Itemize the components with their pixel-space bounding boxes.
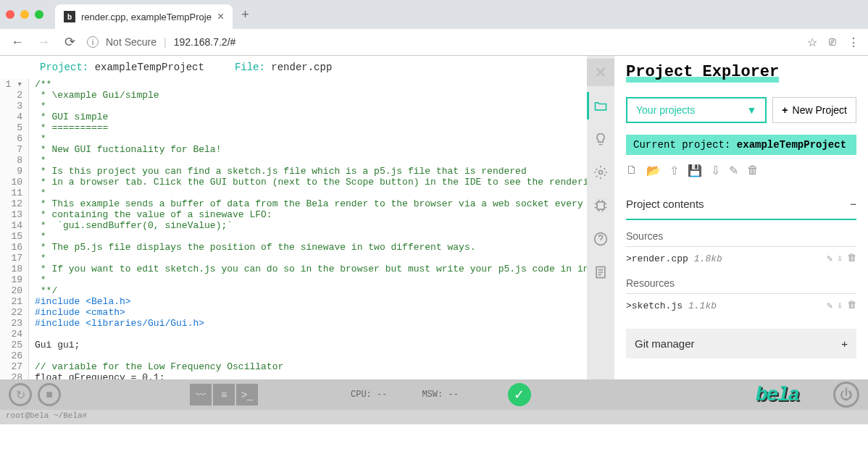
maximize-window[interactable] [35, 10, 43, 19]
code-line[interactable]: #include <Bela.h> [35, 296, 587, 307]
new-file-icon[interactable]: 🗋 [626, 164, 638, 177]
line-number: 18 [0, 264, 22, 274]
info-icon[interactable]: i [87, 36, 99, 48]
git-header[interactable]: Git manager + [626, 329, 856, 358]
code-line[interactable]: * If you want to edit sketch.js you can … [35, 264, 587, 274]
download-icon[interactable]: ⇩ [711, 164, 720, 177]
projects-dropdown[interactable]: Your projects ▼ [626, 97, 767, 123]
line-number: 9 [0, 166, 22, 177]
plus-icon: + [782, 104, 788, 116]
code-line[interactable]: * This example sends a buffer of data fr… [35, 198, 587, 209]
code-line[interactable]: /** [35, 79, 587, 90]
back-button[interactable]: ← [9, 35, 26, 50]
terminal-bar[interactable]: root@bela ~/Bela# [0, 410, 868, 424]
line-number: 19 [0, 274, 22, 285]
contents-header[interactable]: Project contents − [626, 189, 856, 220]
controls-bar: ↻ ■ 〰 ≡ >_ CPU: -- MSW: -- ✓ bela ⏻ [0, 379, 868, 410]
check-button[interactable]: ✓ [508, 383, 531, 406]
code-line[interactable]: #include <cmath> [35, 307, 587, 318]
code-line[interactable]: * containing the value of a sinewave LFO… [35, 209, 587, 220]
collapse-icon: − [850, 198, 856, 210]
line-number: 14 [0, 220, 22, 231]
code-line[interactable]: * [35, 101, 587, 112]
line-number: 22 [0, 307, 22, 318]
code-line[interactable]: * Is this project you can find a sketch.… [35, 166, 587, 177]
tab-title: render.cpp, exampleTempProje [81, 12, 212, 22]
docs-tab[interactable] [587, 258, 614, 286]
cp-label: Current project: [633, 139, 737, 151]
line-number: 11 [0, 188, 22, 198]
code-line[interactable]: // variable for the Low Frequency Oscill… [35, 361, 587, 372]
code-line[interactable]: * in a browser tab. Click the GUI button… [35, 177, 587, 188]
code-line[interactable]: Gui gui; [35, 340, 587, 350]
code-line[interactable]: #include <libraries/Gui/Gui.h> [35, 318, 587, 329]
clean-icon[interactable]: ✎ [729, 164, 738, 177]
contents-label: Project contents [626, 198, 704, 210]
save-icon[interactable]: 💾 [688, 164, 702, 177]
stop-button[interactable]: ■ [38, 383, 61, 406]
line-number: 13 [0, 209, 22, 220]
explorer-tab[interactable] [587, 92, 614, 119]
close-window[interactable] [6, 10, 14, 19]
edit-file-icon[interactable]: ✎ [827, 300, 832, 311]
code-line[interactable]: * The p5.js file displays the position o… [35, 242, 587, 253]
browser-chrome: b render.cpp, exampleTempProje × + ← → ⟳… [0, 0, 868, 56]
power-button[interactable]: ⏻ [833, 382, 859, 408]
minimize-window[interactable] [20, 10, 29, 19]
new-project-button[interactable]: + New Project [772, 97, 856, 123]
code-line[interactable]: * GUI simple [35, 112, 587, 122]
edit-file-icon[interactable]: ✎ [827, 253, 832, 264]
code-line[interactable]: * [35, 274, 587, 285]
code-line[interactable]: * \example Gui/simple [35, 90, 587, 101]
cast-icon[interactable]: ⎚ [829, 35, 836, 49]
scope-button[interactable]: 〰 [190, 384, 212, 405]
traffic-lights [6, 10, 43, 19]
code-line[interactable] [35, 329, 587, 340]
settings-tab[interactable] [587, 159, 614, 186]
delete-icon[interactable]: 🗑 [747, 164, 759, 177]
close-panel-icon[interactable]: × [587, 59, 614, 86]
code-line[interactable]: * [35, 133, 587, 144]
delete-file-icon[interactable]: 🗑 [847, 300, 856, 311]
forward-button[interactable]: → [35, 35, 52, 50]
code-line[interactable]: * [35, 188, 587, 198]
line-number: 27 [0, 361, 22, 372]
delete-file-icon[interactable]: 🗑 [847, 253, 856, 264]
code-line[interactable]: * New GUI fuctionality for Bela! [35, 144, 587, 155]
file-label: File: [235, 62, 265, 73]
url-bar[interactable]: i Not Secure | 192.168.7.2/# [87, 36, 798, 48]
file-row[interactable]: >sketch.js 1.1kb ✎ ⇩ 🗑 [626, 297, 856, 314]
cpu-status: CPU: -- [351, 390, 387, 400]
code-line[interactable]: **/ [35, 285, 587, 296]
code-line[interactable]: * [35, 253, 587, 264]
close-tab-icon[interactable]: × [217, 10, 224, 23]
code-line[interactable]: * `gui.sendBuffer(0, sineValue);` [35, 220, 587, 231]
security-status: Not Secure [106, 36, 157, 48]
download-file-icon[interactable]: ⇩ [837, 300, 843, 311]
svg-rect-1 [597, 202, 604, 209]
star-icon[interactable]: ☆ [807, 35, 817, 49]
new-tab-button[interactable]: + [241, 7, 249, 22]
upload-icon[interactable]: ⇧ [669, 164, 679, 177]
help-tab[interactable] [587, 225, 614, 253]
code-line[interactable]: * ========== [35, 122, 587, 133]
line-number: 15 [0, 231, 22, 242]
code-line[interactable]: * [35, 231, 587, 242]
lightbulb-tab[interactable] [587, 125, 614, 153]
reload-button[interactable]: ⟳ [61, 34, 78, 50]
file-row[interactable]: >render.cpp 1.8kb ✎ ⇩ 🗑 [626, 250, 856, 267]
download-file-icon[interactable]: ⇩ [837, 253, 843, 264]
project-controls: Your projects ▼ + New Project [626, 97, 856, 123]
code-line[interactable] [35, 350, 587, 361]
chip-tab[interactable] [587, 192, 614, 219]
contents-section: Sources >render.cpp 1.8kb ✎ ⇩ 🗑 Resource… [626, 220, 856, 320]
line-number: 17 [0, 253, 22, 264]
code-line[interactable]: * [35, 155, 587, 166]
browser-tab[interactable]: b render.cpp, exampleTempProje × [55, 4, 233, 29]
menu-icon[interactable]: ⋮ [848, 35, 859, 49]
open-folder-icon[interactable]: 📂 [646, 164, 661, 177]
console-button[interactable]: >_ [236, 384, 258, 405]
favicon-icon: b [64, 11, 75, 22]
run-button[interactable]: ↻ [9, 383, 32, 406]
sliders-button[interactable]: ≡ [213, 384, 235, 405]
